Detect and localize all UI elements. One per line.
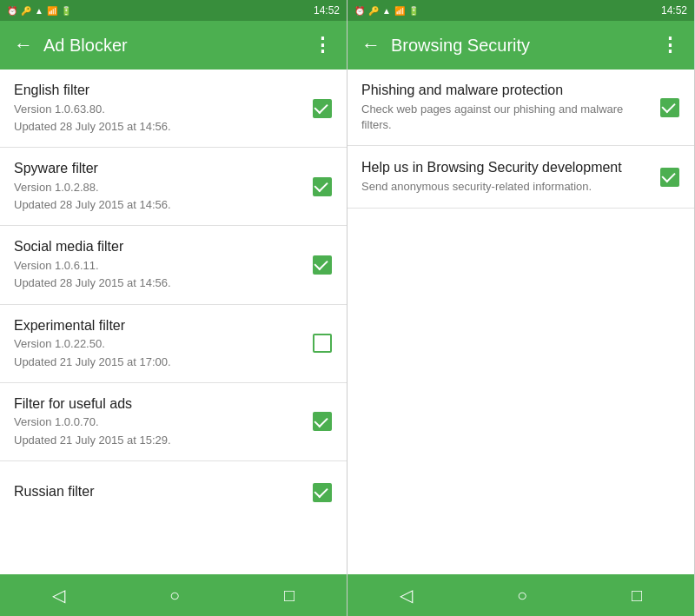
left-more-button[interactable]: ⋮	[313, 34, 333, 56]
filter-text: Social media filter Version 1.0.6.11. Up…	[14, 238, 301, 291]
signal-icon: 📶	[394, 6, 405, 16]
right-app-bar: ← Browsing Security ⋮	[348, 21, 694, 70]
right-back-nav-button[interactable]: ◁	[400, 585, 413, 606]
filter-text: English filter Version 1.0.63.80. Update…	[14, 82, 301, 135]
filter-checkbox[interactable]	[312, 176, 333, 197]
security-item-desc: Send anonymous security-related informat…	[361, 179, 649, 195]
security-item-desc: Check web pages against our phishing and…	[361, 102, 649, 133]
alarm-icon: ⏰	[354, 6, 365, 16]
security-item-checkbox[interactable]	[659, 167, 680, 188]
signal-icon: 📶	[47, 6, 57, 16]
right-status-icons: ⏰ 🔑 ▲ 📶 🔋	[354, 6, 658, 16]
right-app-bar-title: Browsing Security	[391, 36, 650, 56]
filter-checkbox[interactable]	[312, 482, 333, 503]
list-item[interactable]: Spyware filter Version 1.0.2.88. Updated…	[0, 148, 347, 226]
filter-checkbox[interactable]	[312, 98, 333, 119]
security-item-text: Help us in Browsing Security development…	[361, 159, 649, 195]
filter-checkbox[interactable]	[312, 333, 333, 354]
filter-sub1: Version 1.0.0.70.	[14, 414, 301, 430]
wifi-icon: ▲	[382, 6, 391, 16]
right-back-button[interactable]: ←	[361, 34, 381, 56]
list-item[interactable]: Experimental filter Version 1.0.22.50. U…	[0, 305, 347, 383]
security-item-title: Phishing and malware protection	[361, 82, 649, 100]
filter-sub1: Version 1.0.63.80.	[14, 102, 301, 117]
filter-sub2: Updated 21 July 2015 at 17:00.	[14, 354, 301, 370]
right-panel: ⏰ 🔑 ▲ 📶 🔋 14:52 ← Browsing Security ⋮ Ph…	[348, 0, 695, 616]
filter-sub2: Updated 28 July 2015 at 14:56.	[14, 197, 301, 213]
right-time: 14:52	[661, 4, 687, 17]
list-item[interactable]: English filter Version 1.0.63.80. Update…	[0, 70, 347, 148]
filter-sub2: Updated 28 July 2015 at 14:56.	[14, 119, 301, 135]
key-icon: 🔑	[21, 6, 31, 16]
left-time: 14:52	[314, 4, 340, 17]
filter-title: Social media filter	[14, 238, 301, 256]
security-item-title: Help us in Browsing Security development	[361, 159, 649, 177]
right-status-bar: ⏰ 🔑 ▲ 📶 🔋 14:52	[348, 0, 694, 21]
wifi-icon: ▲	[35, 6, 43, 16]
checkbox-checked-icon	[313, 412, 332, 431]
left-bottom-nav: ◁ ○ □	[0, 574, 347, 616]
battery-icon: 🔋	[61, 6, 71, 16]
checkbox-checked-icon	[660, 168, 679, 187]
list-item[interactable]: Phishing and malware protection Check we…	[348, 70, 694, 146]
filter-sub1: Version 1.0.22.50.	[14, 336, 301, 352]
security-item-text: Phishing and malware protection Check we…	[361, 82, 649, 133]
right-home-nav-button[interactable]: ○	[517, 586, 527, 606]
filter-text: Filter for useful ads Version 1.0.0.70. …	[14, 395, 301, 448]
checkbox-checked-icon	[313, 177, 332, 196]
filter-checkbox[interactable]	[312, 255, 333, 275]
filter-title: Filter for useful ads	[14, 395, 301, 414]
filter-title: Russian filter	[14, 483, 301, 501]
checkbox-checked-icon	[313, 99, 332, 118]
right-content: Phishing and malware protection Check we…	[348, 70, 694, 574]
list-item[interactable]: Help us in Browsing Security development…	[348, 146, 694, 209]
right-recent-nav-button[interactable]: □	[632, 586, 642, 606]
left-status-icons: ⏰ 🔑 ▲ 📶 🔋	[7, 6, 310, 16]
filter-text: Spyware filter Version 1.0.2.88. Updated…	[14, 160, 301, 213]
filter-text: Russian filter	[14, 483, 301, 501]
alarm-icon: ⏰	[7, 6, 17, 16]
filter-sub1: Version 1.0.2.88.	[14, 180, 301, 195]
checkbox-checked-icon	[660, 98, 679, 117]
left-recent-nav-button[interactable]: □	[284, 586, 295, 606]
checkbox-checked-icon	[313, 483, 332, 502]
left-app-bar-title: Ad Blocker	[43, 36, 302, 56]
filter-title: Spyware filter	[14, 160, 301, 178]
filter-title: Experimental filter	[14, 317, 301, 335]
right-more-button[interactable]: ⋮	[660, 34, 680, 56]
security-item-checkbox[interactable]	[659, 97, 680, 118]
filter-sub1: Version 1.0.6.11.	[14, 258, 301, 274]
left-panel: ⏰ 🔑 ▲ 📶 🔋 14:52 ← Ad Blocker ⋮ English f…	[0, 0, 348, 616]
filter-sub2: Updated 28 July 2015 at 14:56.	[14, 275, 301, 291]
left-status-bar: ⏰ 🔑 ▲ 📶 🔋 14:52	[0, 0, 347, 21]
left-app-bar: ← Ad Blocker ⋮	[0, 21, 347, 70]
left-home-nav-button[interactable]: ○	[169, 586, 180, 606]
battery-icon: 🔋	[408, 6, 419, 16]
checkbox-checked-icon	[313, 255, 332, 275]
left-back-button[interactable]: ←	[14, 34, 33, 56]
left-content: English filter Version 1.0.63.80. Update…	[0, 70, 347, 574]
list-item[interactable]: Social media filter Version 1.0.6.11. Up…	[0, 226, 347, 304]
filter-title: English filter	[14, 82, 301, 100]
filter-sub2: Updated 21 July 2015 at 15:29.	[14, 433, 301, 448]
filter-checkbox[interactable]	[312, 411, 333, 432]
list-item[interactable]: Russian filter	[0, 461, 347, 524]
right-bottom-nav: ◁ ○ □	[348, 574, 694, 616]
list-item[interactable]: Filter for useful ads Version 1.0.0.70. …	[0, 383, 347, 461]
filter-text: Experimental filter Version 1.0.22.50. U…	[14, 317, 301, 370]
key-icon: 🔑	[368, 6, 379, 16]
left-back-nav-button[interactable]: ◁	[52, 585, 65, 606]
checkbox-unchecked-icon	[313, 334, 332, 353]
